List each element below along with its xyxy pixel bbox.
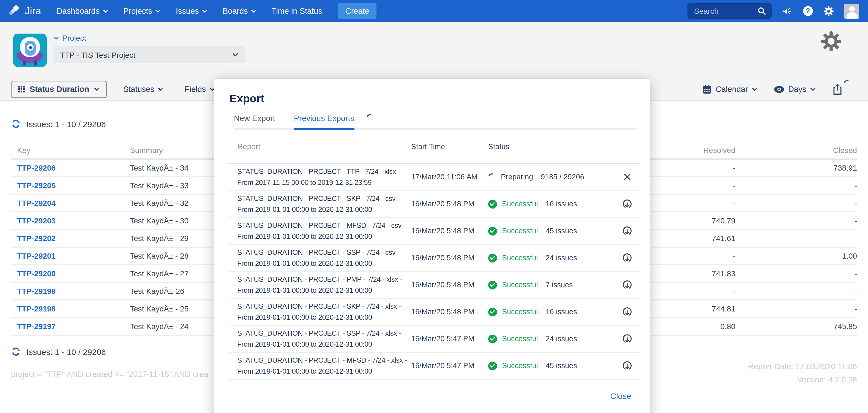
export-row: STATUS_DURATION - PROJECT - SKP - 7/24 -… (228, 299, 640, 326)
issue-key-link[interactable]: TTP-29197 (11, 322, 130, 331)
brand-name: Jira (25, 5, 41, 17)
export-action (614, 280, 640, 290)
download-icon[interactable] (622, 280, 632, 290)
issue-key-link[interactable]: TTP-29205 (11, 181, 130, 190)
status-label: Successful (502, 281, 538, 289)
issue-key-link[interactable]: TTP-29199 (11, 287, 130, 295)
refresh-icon[interactable] (11, 347, 21, 357)
issue-closed-value: - (735, 181, 857, 190)
status-label: Successful (502, 308, 538, 316)
export-start-time: 16/Mar/20 5:48 PM (411, 281, 488, 289)
nav-item-boards[interactable]: Boards (223, 7, 257, 15)
nav-item-projects[interactable]: Projects (123, 7, 161, 15)
navbar-right: ? (687, 3, 859, 19)
issue-closed-value: - (735, 234, 857, 243)
status-detail: 7 issues (546, 281, 573, 289)
eye-icon (774, 86, 784, 93)
project-breadcrumb[interactable]: Project (53, 34, 245, 42)
tab-new-export[interactable]: New Export (234, 114, 275, 128)
issue-key-link[interactable]: TTP-29202 (11, 234, 130, 243)
nav-item-label: Issues (176, 7, 199, 15)
chevron-down-icon (53, 36, 59, 40)
issue-key-link[interactable]: TTP-29200 (11, 269, 130, 278)
download-icon[interactable] (622, 199, 632, 209)
export-status: Successful 7 issues (488, 280, 614, 289)
export-report-name: STATUS_DURATION - PROJECT - SKP - 7/24 -… (228, 193, 411, 215)
fields-menu[interactable]: Fields (185, 85, 215, 94)
project-select[interactable]: TTP - TIS Test Project (53, 46, 245, 63)
avatar-body (846, 12, 857, 19)
tab-previous-exports[interactable]: Previous Exports (294, 114, 354, 130)
export-report-name: STATUS_DURATION - PROJECT - MFSD - 7/24 … (228, 220, 411, 242)
export-status: Successful 16 issues (488, 307, 614, 316)
refresh-icon[interactable] (11, 119, 21, 129)
export-status: Successful 24 issues (488, 334, 614, 343)
report-line-2: From 2019-01-01 00:00 to 2020-12-31 00:0… (237, 285, 411, 296)
chevron-down-icon (94, 87, 100, 91)
jira-logo-icon (9, 5, 21, 17)
download-icon[interactable] (622, 253, 632, 263)
export-start-time: 16/Mar/20 5:48 PM (411, 308, 488, 316)
report-footer: Report Date: 17.03.2020 11:06 Version: 4… (748, 360, 857, 386)
search-input[interactable] (693, 6, 753, 16)
create-button[interactable]: Create (338, 3, 376, 19)
nav-item-dashboards[interactable]: Dashboards (57, 7, 108, 15)
report-line-2: From 2019-01-01 00:00 to 2020-12-31 00:0… (237, 231, 411, 242)
column-header-closed: Closed (735, 146, 857, 155)
export-action (614, 307, 640, 317)
issue-resolved-value: 740.79 (647, 216, 735, 225)
nav-item-time-in-status[interactable]: Time in Status (272, 7, 322, 15)
issue-resolved-value: - (647, 163, 735, 172)
jira-logo[interactable]: Jira (9, 5, 41, 17)
status-label: Preparing (501, 173, 533, 181)
export-action (614, 173, 640, 181)
announcements-icon[interactable] (782, 6, 793, 16)
export-report-name: STATUS_DURATION - PROJECT - PMP - 7/24 -… (228, 274, 411, 296)
download-icon[interactable] (622, 360, 632, 371)
download-icon[interactable] (622, 307, 632, 317)
issue-closed-value: - (735, 199, 857, 208)
statuses-menu[interactable]: Statuses (123, 85, 164, 94)
export-start-time: 16/Mar/20 5:48 PM (411, 200, 488, 208)
nav-item-issues[interactable]: Issues (176, 7, 208, 15)
issue-key-link[interactable]: TTP-29206 (11, 163, 130, 172)
success-check-icon (488, 334, 497, 343)
issue-resolved-value: - (647, 181, 735, 190)
settings-gear-icon[interactable] (824, 6, 834, 16)
modal-close-button[interactable]: Close (610, 391, 631, 401)
export-action (614, 333, 640, 344)
success-check-icon (488, 253, 497, 262)
cancel-export-icon[interactable] (623, 173, 631, 181)
export-report-name: STATUS_DURATION - PROJECT - TTP - 7/24 -… (228, 166, 411, 188)
download-icon[interactable] (622, 333, 632, 344)
days-label: Days (788, 85, 806, 94)
preparing-spinner (487, 172, 497, 182)
download-icon[interactable] (622, 226, 632, 236)
success-check-icon (488, 199, 497, 208)
issue-key-link[interactable]: TTP-29203 (11, 216, 130, 225)
export-row: STATUS_DURATION - PROJECT - SSP - 7/24 -… (228, 245, 640, 272)
issue-key-link[interactable]: TTP-29204 (11, 199, 130, 208)
issue-key-link[interactable]: TTP-29198 (11, 304, 130, 313)
user-avatar[interactable] (844, 4, 859, 19)
issue-key-link[interactable]: TTP-29201 (11, 252, 130, 260)
calendar-menu[interactable]: Calendar (702, 85, 757, 94)
export-status: Successful 45 issues (488, 226, 614, 235)
report-line-1: STATUS_DURATION - PROJECT - SSP - 7/24 -… (237, 328, 411, 339)
days-menu[interactable]: Days (774, 85, 816, 94)
search-box[interactable] (687, 3, 772, 19)
project-settings-gear-icon[interactable] (821, 31, 842, 52)
export-status: Successful 16 issues (488, 199, 614, 208)
status-label: Successful (502, 227, 538, 235)
breadcrumb-label: Project (62, 34, 86, 42)
column-header-report: Report (228, 142, 411, 151)
report-line-1: STATUS_DURATION - PROJECT - SKP - 7/24 -… (237, 301, 411, 312)
export-action (614, 226, 640, 236)
success-check-icon (488, 307, 497, 316)
view-type-button[interactable]: Status Duration (11, 81, 107, 98)
export-icon[interactable] (832, 83, 843, 95)
search-icon[interactable] (757, 7, 766, 15)
help-icon[interactable]: ? (803, 6, 813, 16)
jira-app: Jira Dashboards Projects Issues Boards T… (0, 0, 868, 413)
avatar-leg (23, 61, 26, 65)
